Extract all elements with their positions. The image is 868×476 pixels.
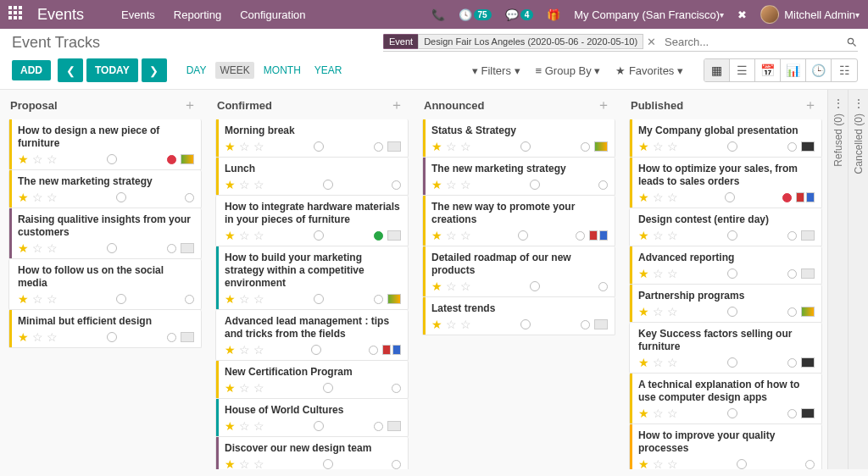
kanban-state-dot[interactable] xyxy=(374,422,383,431)
priority-stars[interactable]: ★ ☆ ☆ xyxy=(225,381,264,395)
activity-icon[interactable] xyxy=(727,141,737,152)
priority-stars[interactable]: ★ ☆ ☆ xyxy=(431,229,471,242)
kanban-card[interactable]: Detailed roadmap of our new products ★ ☆… xyxy=(422,246,615,297)
priority-stars[interactable]: ★ ☆ ☆ xyxy=(225,178,264,191)
activity-icon[interactable] xyxy=(727,357,737,368)
priority-stars[interactable]: ★ ☆ ☆ xyxy=(225,292,264,306)
discuss-icon[interactable]: 💬4 xyxy=(505,8,534,21)
priority-stars[interactable]: ★ ☆ ☆ xyxy=(225,140,264,153)
column-add-icon[interactable]: ＋ xyxy=(183,97,197,114)
kanban-card[interactable]: Discover our new design team ★ ☆ ☆ xyxy=(215,437,409,469)
activity-icon[interactable] xyxy=(727,408,737,418)
kanban-card[interactable]: Partnership programs ★ ☆ ☆ xyxy=(629,285,822,323)
priority-stars[interactable]: ★ ☆ ☆ xyxy=(431,140,471,153)
column-add-icon[interactable]: ＋ xyxy=(597,97,610,114)
kanban-state-dot[interactable] xyxy=(805,460,815,469)
activity-icon[interactable] xyxy=(311,345,321,355)
range-month[interactable]: MONTH xyxy=(259,62,305,79)
apps-icon[interactable] xyxy=(8,6,25,23)
kanban-state-dot[interactable] xyxy=(374,142,383,152)
app-brand[interactable]: Events xyxy=(37,6,84,24)
priority-stars[interactable]: ★ ☆ ☆ xyxy=(225,419,264,433)
breadcrumb[interactable]: Event Tracks xyxy=(12,34,100,52)
kanban-state-dot[interactable] xyxy=(787,231,797,241)
gift-icon[interactable]: 🎁 xyxy=(547,8,560,21)
kanban-card[interactable]: The new marketing strategy ★ ☆ ☆ xyxy=(422,158,615,196)
priority-stars[interactable]: ★ ☆ ☆ xyxy=(225,229,264,242)
phone-icon[interactable]: 📞 xyxy=(431,8,445,21)
priority-stars[interactable]: ★ ☆ ☆ xyxy=(638,305,678,318)
kanban-card[interactable]: How to build your marketing strategy wit… xyxy=(215,246,409,310)
kanban-card[interactable]: Latest trends ★ ☆ ☆ xyxy=(422,297,615,335)
kanban-state-dot[interactable] xyxy=(392,384,401,393)
activity-icon[interactable] xyxy=(727,307,737,317)
activity-icon[interactable] xyxy=(314,421,324,431)
add-button[interactable]: ADD xyxy=(12,60,51,80)
user-menu[interactable]: Mitchell Admin xyxy=(760,5,860,24)
kanban-state-dot[interactable] xyxy=(581,320,590,329)
view-list[interactable]: ☰ xyxy=(730,59,755,81)
kanban-card[interactable]: A technical explanation of how to use co… xyxy=(629,374,822,424)
view-graph[interactable]: 📊 xyxy=(781,59,806,81)
kanban-state-dot[interactable] xyxy=(787,307,797,317)
priority-stars[interactable]: ★ ☆ ☆ xyxy=(431,318,471,331)
activity-icon[interactable] xyxy=(107,154,117,164)
priority-stars[interactable]: ★ ☆ ☆ xyxy=(431,178,471,191)
column-header[interactable]: Confirmed ＋ xyxy=(215,95,409,119)
menu-events[interactable]: Events xyxy=(121,8,155,21)
kanban-state-dot[interactable] xyxy=(369,346,378,355)
activity-icon[interactable] xyxy=(314,294,324,304)
priority-stars[interactable]: ★ ☆ ☆ xyxy=(18,241,58,255)
activity-icon[interactable] xyxy=(727,268,737,279)
kanban-state-dot[interactable] xyxy=(392,180,401,190)
kanban-column-folded[interactable]: ⋮ Refused (0) xyxy=(827,90,848,469)
menu-reporting[interactable]: Reporting xyxy=(174,8,221,21)
debug-icon[interactable]: ✖ xyxy=(737,8,747,21)
kanban-card[interactable]: The new marketing strategy ★ ☆ ☆ xyxy=(8,170,202,208)
column-add-icon[interactable]: ＋ xyxy=(804,97,817,114)
priority-stars[interactable]: ★ ☆ ☆ xyxy=(638,356,678,369)
kanban-state-dot[interactable] xyxy=(374,231,383,241)
activity-icon[interactable] xyxy=(314,230,324,241)
kanban-state-dot[interactable] xyxy=(167,333,176,342)
kanban-state-dot[interactable] xyxy=(167,244,176,253)
activity-icon[interactable] xyxy=(323,383,333,393)
range-week[interactable]: WEEK xyxy=(215,62,253,79)
activity-icon[interactable] xyxy=(107,243,117,253)
kanban-state-dot[interactable] xyxy=(598,180,608,190)
priority-stars[interactable]: ★ ☆ ☆ xyxy=(638,229,678,242)
prev-button[interactable]: ❮ xyxy=(58,58,83,82)
kanban-state-dot[interactable] xyxy=(787,142,797,152)
kanban-card[interactable]: Key Success factors selling our furnitur… xyxy=(629,323,822,374)
priority-stars[interactable]: ★ ☆ ☆ xyxy=(18,152,58,166)
range-day[interactable]: DAY xyxy=(182,62,211,79)
priority-stars[interactable]: ★ ☆ ☆ xyxy=(638,191,678,204)
kanban-card[interactable]: Minimal but efficient design ★ ☆ ☆ xyxy=(8,310,202,348)
kanban-card[interactable]: Advanced reporting ★ ☆ ☆ xyxy=(629,246,822,285)
priority-stars[interactable]: ★ ☆ ☆ xyxy=(225,343,264,357)
priority-stars[interactable]: ★ ☆ ☆ xyxy=(638,407,678,420)
company-switcher[interactable]: My Company (San Francisco) xyxy=(574,8,724,21)
kanban-card[interactable]: Advanced lead management : tips and tric… xyxy=(215,310,409,361)
activity-icon[interactable] xyxy=(518,230,528,241)
kanban-state-dot[interactable] xyxy=(185,193,194,202)
filters-dropdown[interactable]: ▾ Filters ▾ xyxy=(472,64,520,77)
activity-icon[interactable] xyxy=(530,281,540,291)
kanban-card[interactable]: Raising qualitive insights from your cus… xyxy=(8,208,202,259)
search-icon[interactable] xyxy=(846,35,858,48)
kanban-state-dot[interactable] xyxy=(374,295,383,304)
priority-stars[interactable]: ★ ☆ ☆ xyxy=(18,191,58,204)
kanban-card[interactable]: How to improve your quality processes ★ … xyxy=(629,424,822,469)
priority-stars[interactable]: ★ ☆ ☆ xyxy=(638,140,678,153)
column-header[interactable]: Announced ＋ xyxy=(422,95,615,119)
activity-icon[interactable] xyxy=(530,180,540,190)
kanban-card[interactable]: Status & Strategy ★ ☆ ☆ xyxy=(422,119,615,158)
kanban-state-dot[interactable] xyxy=(787,269,797,279)
activity-icon[interactable] xyxy=(725,192,735,202)
kanban-card[interactable]: Morning break ★ ☆ ☆ xyxy=(215,119,409,158)
kanban-card[interactable]: How to integrate hardware materials in y… xyxy=(215,196,409,246)
kanban-card[interactable]: How to follow us on the social media ★ ☆… xyxy=(8,259,202,310)
column-header[interactable]: Proposal ＋ xyxy=(8,95,202,119)
search-input[interactable] xyxy=(665,36,846,48)
kanban-state-dot[interactable] xyxy=(782,193,792,202)
